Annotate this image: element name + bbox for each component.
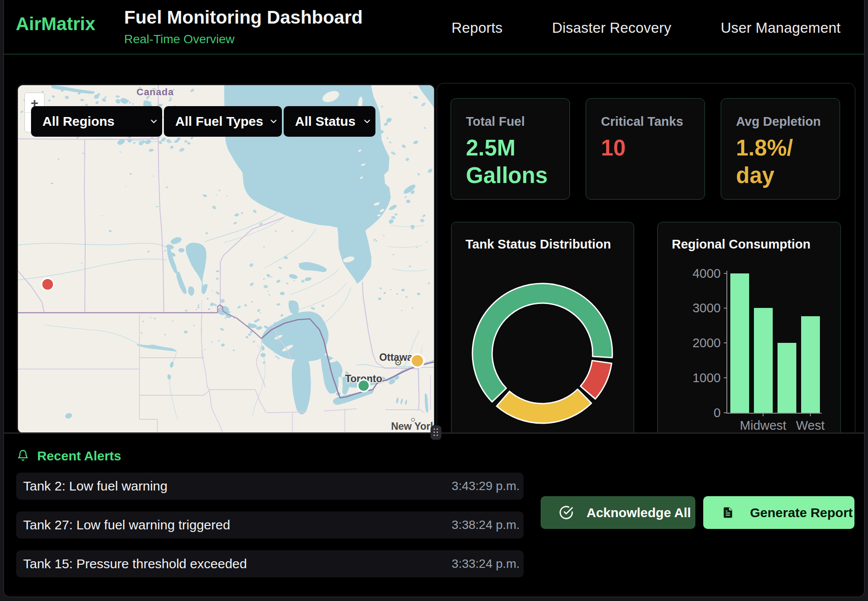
svg-text:0: 0 <box>714 406 721 420</box>
svg-text:3000: 3000 <box>692 301 721 315</box>
svg-text:New York: New York <box>391 421 434 432</box>
svg-text:1000: 1000 <box>692 371 721 385</box>
svg-text:4000: 4000 <box>692 266 721 280</box>
svg-text:2000: 2000 <box>692 336 721 350</box>
svg-text:Canada: Canada <box>136 86 174 97</box>
svg-text:West: West <box>796 418 825 432</box>
svg-text:Midwest: Midwest <box>740 418 786 432</box>
